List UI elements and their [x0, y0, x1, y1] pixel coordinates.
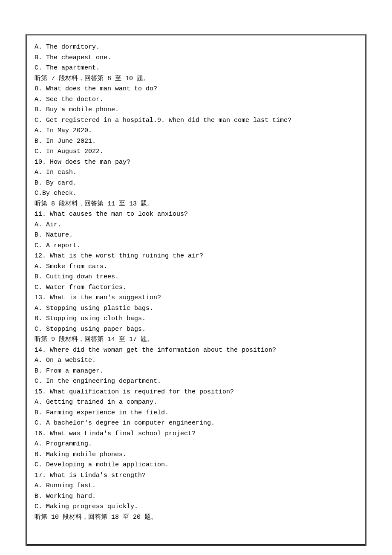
text-line: B. By card.: [35, 178, 357, 189]
text-line: C. Get registered in a hospital.9. When …: [35, 116, 357, 126]
text-line: A. In cash.: [35, 168, 357, 178]
text-line: C. Developing a mobile application.: [35, 460, 357, 471]
text-line: B. Making mobile phones.: [35, 450, 357, 460]
text-line: A. Programming.: [35, 439, 357, 450]
text-line: B. From a manager.: [35, 366, 357, 377]
text-line: A. On a website.: [35, 356, 357, 366]
text-line: C. Stopping using paper bags.: [35, 324, 357, 335]
text-line: C. The apartment.: [35, 63, 357, 74]
text-line: A. Stopping using plastic bags.: [35, 304, 357, 314]
text-line: 14. Where did the woman get the informat…: [35, 345, 357, 356]
document-body: A. The dormitory.B. The cheapest one.C. …: [35, 42, 357, 523]
text-line: C. Water from factories.: [35, 283, 357, 293]
text-line: 13. What is the man's suggestion?: [35, 293, 357, 304]
text-line: C. A bachelor's degree in computer engin…: [35, 418, 357, 429]
text-line: C. In August 2022.: [35, 147, 357, 157]
text-line: 15. What qualification is required for t…: [35, 387, 357, 398]
text-line: B. Farming experience in the field.: [35, 408, 357, 419]
text-line: B. Nature.: [35, 230, 357, 241]
text-line: A. See the doctor.: [35, 95, 357, 105]
text-line: B. In June 2021.: [35, 136, 357, 147]
text-line: A. Air.: [35, 220, 357, 231]
text-line: 听第 9 段材料，回答第 14 至 17 题。: [35, 335, 357, 345]
text-line: B. Working hard.: [35, 491, 357, 502]
text-line: C. Making progress quickly.: [35, 502, 357, 512]
text-line: C.By check.: [35, 188, 357, 199]
text-line: 12. What is the worst thing ruining the …: [35, 251, 357, 262]
text-line: 11. What causes the man to look anxious?: [35, 209, 357, 220]
text-line: C. In the engineering department.: [35, 376, 357, 387]
page-frame: A. The dormitory.B. The cheapest one.C. …: [26, 34, 366, 546]
text-line: A. Smoke from cars.: [35, 262, 357, 272]
text-line: A. In May 2020.: [35, 126, 357, 136]
text-line: A. Getting trained in a company.: [35, 397, 357, 408]
text-line: 17. What is Linda's strength?: [35, 471, 357, 481]
text-line: B. Stopping using cloth bags.: [35, 314, 357, 324]
text-line: 听第 8 段材料，回答第 11 至 13 题。: [35, 199, 357, 210]
text-line: B. The cheapest one.: [35, 53, 357, 64]
text-line: 16. What was Linda's final school projec…: [35, 429, 357, 439]
text-line: C. A report.: [35, 241, 357, 251]
text-line: B. Cutting down trees.: [35, 272, 357, 283]
text-line: A. Running fast.: [35, 481, 357, 491]
text-line: 听第 7 段材料，回答第 8 至 10 题。: [35, 74, 357, 84]
text-line: 听第 10 段材料，回答第 18 至 20 题。: [35, 512, 357, 523]
text-line: 8. What does the man want to do?: [35, 84, 357, 95]
text-line: 10. How does the man pay?: [35, 157, 357, 168]
text-line: A. The dormitory.: [35, 42, 357, 53]
text-line: B. Buy a mobile phone.: [35, 105, 357, 116]
